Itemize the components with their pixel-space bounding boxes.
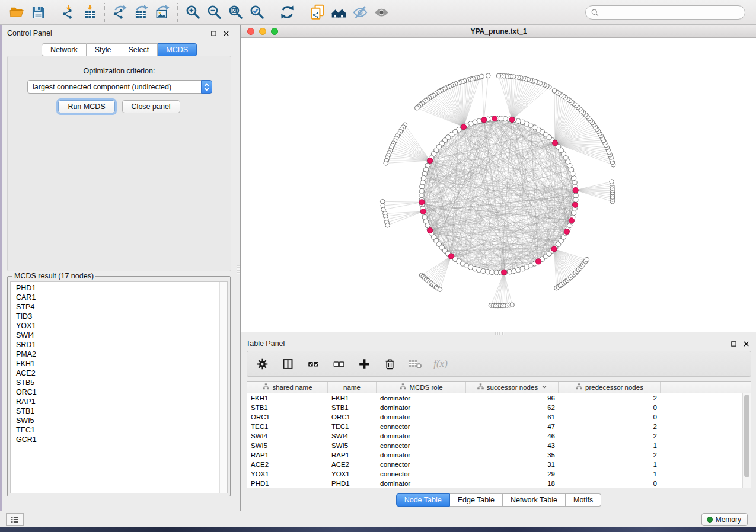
hide-unhide-button[interactable]	[349, 2, 371, 23]
column-header-predecessor-nodes[interactable]: predecessor nodes	[559, 382, 661, 393]
sort-chevron-icon[interactable]	[540, 384, 547, 391]
mcds-list-scrollbar[interactable]	[219, 282, 227, 493]
mcds-result-item[interactable]: TID3	[16, 312, 219, 321]
tab-edge-table[interactable]: Edge Table	[450, 493, 503, 507]
panel-menu-button[interactable]	[6, 513, 24, 526]
table-row[interactable]: FKH1FKH1dominator962	[247, 393, 742, 403]
mcds-result-item[interactable]: RAP1	[16, 397, 219, 406]
zoom-selected-button[interactable]	[246, 2, 267, 23]
table-row[interactable]: PHD1PHD1dominator180	[247, 479, 742, 488]
table-row[interactable]: STB1STB1dominator620	[247, 403, 742, 412]
mcds-result-item[interactable]: TEC1	[16, 425, 219, 435]
table-row[interactable]: SWI4SWI4dominator462	[247, 431, 742, 441]
table-row[interactable]: SWI5SWI5connector431	[247, 441, 742, 450]
mcds-result-item[interactable]: STB5	[16, 378, 219, 387]
show-hidden-button[interactable]	[371, 2, 392, 23]
optimization-criterion-label: Optimization criterion:	[8, 67, 231, 75]
control-panel: Control Panel NetworkStyleSelectMCDS Opt…	[2, 25, 236, 511]
mcds-result-item[interactable]: PHD1	[16, 283, 219, 293]
open-file-button[interactable]	[6, 2, 27, 23]
search-input[interactable]	[599, 8, 745, 17]
tab-node-table[interactable]: Node Table	[396, 493, 450, 507]
close-icon[interactable]	[741, 339, 751, 349]
tab-network[interactable]: Network	[42, 43, 87, 56]
deselect-all-columns-button[interactable]	[331, 356, 346, 371]
float-window-icon[interactable]	[209, 28, 219, 39]
table-row[interactable]: RAP1RAP1dominator352	[247, 450, 742, 460]
scrollbar-thumb[interactable]	[744, 395, 749, 477]
control-panel-header: Control Panel	[2, 25, 236, 41]
splitter-grip[interactable]	[237, 265, 240, 274]
genemania-search-button[interactable]	[328, 2, 349, 23]
mcds-result-item[interactable]: STB1	[16, 406, 219, 416]
table-cell: STB1	[247, 403, 328, 412]
toolbar-separator	[302, 3, 302, 22]
table-cell: dominator	[377, 431, 466, 441]
zoom-in-button[interactable]	[182, 2, 203, 23]
add-column-button[interactable]	[356, 356, 372, 371]
network-canvas[interactable]	[241, 38, 756, 332]
table-row[interactable]: ORC1ORC1dominator610	[247, 412, 742, 422]
mcds-result-item[interactable]: SWI5	[16, 416, 219, 425]
table-cell: 2	[559, 431, 661, 441]
tab-mcds[interactable]: MCDS	[158, 43, 197, 56]
mcds-result-item[interactable]: STP4	[16, 302, 219, 312]
toolbar-separator	[272, 3, 272, 22]
splitter-grip[interactable]	[495, 332, 504, 335]
mcds-result-item[interactable]: GCR1	[16, 435, 219, 444]
refresh-button[interactable]	[276, 2, 298, 23]
column-header-filler	[661, 382, 751, 393]
table-cell: 18	[466, 479, 559, 488]
close-panel-button[interactable]: Close panel	[122, 100, 180, 113]
table-cell: 2	[559, 450, 661, 460]
mcds-result-item[interactable]: ACE2	[16, 368, 219, 378]
mcds-result-item[interactable]: ORC1	[16, 387, 219, 397]
tab-select[interactable]: Select	[120, 43, 158, 56]
vertical-splitter[interactable]	[236, 25, 241, 511]
export-table-button[interactable]	[130, 2, 152, 23]
tab-style[interactable]: Style	[87, 43, 120, 56]
table-header-row: shared namenameMCDS rolesuccessor nodesp…	[247, 382, 751, 393]
import-table-button[interactable]	[79, 2, 100, 23]
mcds-result-item[interactable]: SRD1	[16, 340, 219, 350]
float-window-icon[interactable]	[729, 339, 739, 349]
mcds-result-item[interactable]: SWI4	[16, 331, 219, 340]
table-row[interactable]: TEC1TEC1connector472	[247, 422, 742, 431]
share-document-button[interactable]	[307, 2, 328, 23]
run-mcds-button[interactable]: Run MCDS	[58, 100, 114, 113]
memory-button[interactable]: Memory	[701, 513, 748, 526]
mcds-result-list: PHD1CAR1STP4TID3YOX1SWI4SRD1PMA2FKH1ACE2…	[10, 281, 228, 493]
delete-columns-button[interactable]	[382, 356, 397, 371]
column-header-successor-nodes[interactable]: successor nodes	[466, 382, 559, 393]
zoom-fit-button[interactable]	[225, 2, 246, 23]
mcds-result-title: MCDS result (17 nodes)	[12, 272, 95, 280]
search-field[interactable]	[585, 5, 745, 20]
save-session-button[interactable]	[27, 2, 49, 23]
select-all-columns-button[interactable]	[305, 356, 321, 371]
zoom-out-button[interactable]	[203, 2, 225, 23]
network-graph[interactable]	[241, 38, 756, 332]
tab-network-table[interactable]: Network Table	[503, 493, 566, 507]
import-network-button[interactable]	[58, 2, 79, 23]
export-network-button[interactable]	[109, 2, 130, 23]
close-icon[interactable]	[221, 28, 231, 39]
table-settings-button[interactable]	[254, 356, 270, 371]
column-header-name[interactable]: name	[328, 382, 377, 393]
criterion-select[interactable]: largest connected component (undirected)	[27, 80, 212, 94]
table-scrollbar[interactable]	[742, 393, 751, 488]
table-cell: FKH1	[328, 393, 377, 403]
node-table: shared namenameMCDS rolesuccessor nodesp…	[247, 381, 751, 488]
table-row[interactable]: YOX1YOX1connector291	[247, 469, 742, 479]
table-row[interactable]: ACE2ACE2connector311	[247, 460, 742, 469]
export-image-button[interactable]	[152, 2, 173, 23]
mcds-result-item[interactable]: YOX1	[16, 321, 219, 331]
column-header-label: predecessor nodes	[585, 384, 643, 391]
status-bar: Memory	[0, 511, 756, 527]
tab-motifs[interactable]: Motifs	[566, 493, 601, 507]
mcds-result-item[interactable]: CAR1	[16, 293, 219, 302]
mcds-result-item[interactable]: PMA2	[16, 350, 219, 359]
toggle-panes-button[interactable]	[280, 356, 295, 371]
column-header-MCDS-role[interactable]: MCDS role	[377, 382, 466, 393]
column-header-shared-name[interactable]: shared name	[247, 382, 328, 393]
mcds-result-item[interactable]: FKH1	[16, 359, 219, 368]
